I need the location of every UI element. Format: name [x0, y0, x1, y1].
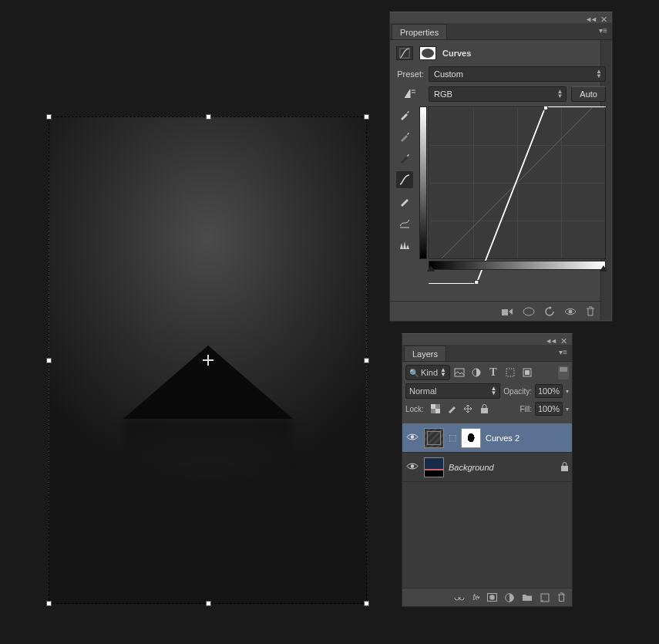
- preset-select[interactable]: Custom ▲▼: [429, 66, 606, 82]
- pencil-edit-icon[interactable]: [396, 193, 413, 210]
- sample-white-eyedropper-icon[interactable]: [396, 106, 413, 123]
- svg-point-15: [411, 435, 414, 438]
- document-canvas[interactable]: [49, 116, 367, 604]
- fill-field[interactable]: 100%: [535, 402, 563, 416]
- new-adjustment-icon[interactable]: [505, 593, 514, 602]
- layers-panel: ◄◄ ✕ Layers ▾≡ 🔍 Kind ▲▼ T Normal: [402, 333, 573, 607]
- channel-select[interactable]: RGB ▲▼: [429, 86, 567, 102]
- auto-button[interactable]: Auto: [571, 86, 606, 102]
- opacity-dropdown-icon[interactable]: ▾: [566, 388, 569, 395]
- opacity-field[interactable]: 100%: [535, 384, 563, 398]
- input-gradient: [429, 261, 606, 270]
- visibility-toggle-icon[interactable]: [405, 433, 419, 443]
- delete-layer-icon[interactable]: [557, 592, 566, 602]
- layer-name[interactable]: Curves 2: [486, 433, 519, 443]
- layers-tabbar: Layers ▾≡: [402, 345, 572, 362]
- channel-value: RGB: [434, 89, 452, 99]
- search-icon: 🔍: [409, 369, 419, 377]
- fx-icon[interactable]: fx▾: [472, 593, 479, 602]
- layer-list: ⬚ Curves 2 Background: [402, 423, 572, 588]
- panel-flyout-menu-icon[interactable]: ▾≡: [559, 348, 567, 356]
- sample-black-eyedropper-icon[interactable]: [396, 150, 413, 167]
- svg-point-4: [523, 308, 534, 315]
- properties-tabbar: Properties ▾≡: [390, 23, 612, 40]
- layer-thumb-icon[interactable]: [424, 457, 444, 477]
- lock-position-icon[interactable]: [462, 403, 474, 415]
- delete-icon[interactable]: [586, 306, 595, 317]
- layer-row[interactable]: Background: [402, 453, 572, 482]
- opacity-label: Opacity:: [503, 387, 532, 396]
- svg-rect-12: [431, 404, 435, 409]
- filter-type-icon[interactable]: T: [487, 366, 499, 379]
- layer-row[interactable]: ⬚ Curves 2: [402, 423, 572, 453]
- panel-flyout-menu-icon[interactable]: ▾≡: [599, 26, 607, 35]
- filter-shape-icon[interactable]: [504, 366, 516, 379]
- adjustment-thumb-icon[interactable]: [424, 428, 444, 448]
- black-point-slider[interactable]: [427, 265, 435, 271]
- lock-indicator-icon[interactable]: [560, 462, 569, 473]
- adjustment-title: Curves: [442, 49, 471, 58]
- mask-thumb-icon[interactable]: [461, 428, 481, 448]
- lock-pixels-icon[interactable]: [446, 403, 458, 415]
- fill-dropdown-icon[interactable]: ▾: [566, 406, 569, 413]
- blend-mode-value: Normal: [409, 386, 436, 396]
- filter-toggle[interactable]: [558, 366, 569, 379]
- canvas-image: [49, 116, 367, 604]
- properties-panel: ◄◄ ✕ Properties ▾≡ Curves Preset: Custom…: [389, 12, 613, 322]
- lock-label: Lock:: [405, 405, 424, 413]
- fill-label: Fill:: [519, 405, 532, 413]
- preset-label: Preset:: [396, 69, 424, 79]
- lock-all-icon[interactable]: [479, 403, 490, 415]
- svg-rect-1: [475, 280, 479, 284]
- white-point-slider[interactable]: [600, 265, 607, 271]
- canvas-content-shape: [123, 346, 293, 419]
- curves-graph[interactable]: [419, 106, 606, 270]
- new-layer-icon[interactable]: [540, 593, 550, 602]
- collapse-panel-icon[interactable]: ◄◄: [585, 15, 596, 23]
- filter-pixel-icon[interactable]: [453, 366, 466, 379]
- point-edit-icon[interactable]: [396, 171, 413, 188]
- svg-rect-13: [435, 409, 440, 413]
- clip-to-layer-icon[interactable]: [501, 307, 513, 316]
- layer-name[interactable]: Background: [449, 463, 494, 472]
- add-mask-icon[interactable]: [487, 593, 497, 602]
- svg-rect-17: [561, 466, 568, 471]
- filter-adjustment-icon[interactable]: [470, 366, 482, 379]
- filter-smart-icon[interactable]: [521, 366, 533, 379]
- new-group-icon[interactable]: [522, 593, 533, 602]
- svg-rect-14: [481, 408, 488, 413]
- svg-rect-3: [502, 309, 508, 315]
- svg-rect-8: [506, 369, 514, 376]
- visibility-toggle-icon[interactable]: [405, 462, 419, 472]
- histogram-options-icon[interactable]: [396, 236, 413, 253]
- svg-rect-6: [455, 369, 464, 376]
- sample-gray-eyedropper-icon[interactable]: [396, 128, 413, 145]
- output-gradient: [419, 106, 427, 259]
- tab-properties[interactable]: Properties: [392, 24, 447, 39]
- layer-kind-select[interactable]: 🔍 Kind ▲▼: [405, 365, 450, 380]
- target-adjust-icon[interactable]: [396, 88, 424, 100]
- svg-point-5: [569, 309, 573, 313]
- svg-rect-10: [525, 370, 530, 375]
- smooth-curve-icon[interactable]: [396, 214, 413, 231]
- curves-adjustment-icon: [396, 46, 413, 60]
- svg-point-19: [489, 595, 494, 599]
- preview-toggle-icon[interactable]: [523, 307, 535, 316]
- mask-link-icon[interactable]: ⬚: [449, 433, 456, 443]
- curves-grid[interactable]: [429, 106, 606, 259]
- mask-icon[interactable]: [419, 46, 436, 60]
- reset-icon[interactable]: [544, 306, 555, 317]
- preset-value: Custom: [434, 69, 463, 79]
- tab-layers[interactable]: Layers: [404, 346, 446, 361]
- blend-mode-select[interactable]: Normal ▲▼: [405, 383, 500, 399]
- layer-kind-value: Kind: [421, 368, 438, 377]
- svg-point-16: [411, 464, 414, 467]
- visibility-icon[interactable]: [564, 307, 577, 316]
- collapse-panel-icon[interactable]: ◄◄: [545, 337, 556, 345]
- link-layers-icon[interactable]: [454, 594, 465, 602]
- lock-transparency-icon[interactable]: [430, 403, 442, 415]
